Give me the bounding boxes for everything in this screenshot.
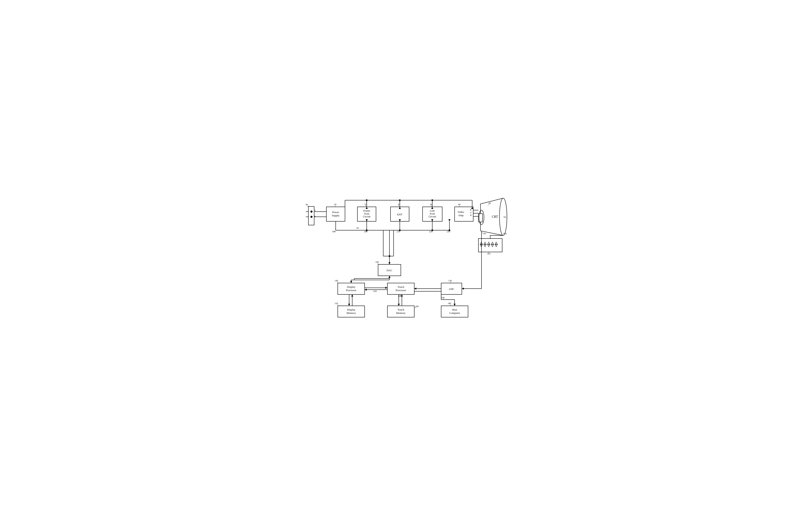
ref-240: 240 [441, 296, 445, 299]
crt-label: CRT [492, 215, 498, 218]
ov-label: 0V [356, 227, 359, 229]
ref-150: 150 [335, 302, 338, 305]
svg-point-3 [311, 211, 313, 213]
display-processor-label2: Processor [346, 289, 356, 292]
eht-label: EHT [397, 213, 402, 216]
ref-100: 100 [375, 261, 379, 263]
display-memory-label1: Display [347, 308, 355, 311]
svg-marker-63 [350, 281, 352, 283]
svg-rect-0 [309, 207, 314, 225]
ref-120: 120 [398, 295, 402, 297]
frame-scan-label1: Frame [363, 209, 370, 212]
svg-marker-73 [414, 288, 416, 290]
power-supply-label: Power [332, 210, 339, 214]
frame-scan-label3: Circuit [363, 215, 371, 218]
svg-point-26 [399, 199, 401, 201]
svg-marker-89 [454, 304, 456, 306]
line-scan-label1: Line [430, 209, 435, 212]
touch-memory-label2: Memory [396, 311, 406, 314]
video-amp-label1: Video [458, 210, 464, 213]
host-computer-label1: Host [452, 308, 457, 311]
ref-80: 80 [489, 202, 491, 205]
label-r: R [470, 209, 471, 211]
ref-20: 20 [334, 203, 337, 206]
ref-90: 90 [306, 203, 308, 206]
label-b: B [470, 214, 471, 216]
line-scan-label3: Circuit [429, 215, 436, 218]
svg-marker-78 [348, 304, 350, 306]
ref-60: 60 [458, 203, 461, 206]
svg-marker-76 [462, 288, 464, 290]
svg-point-59 [388, 255, 390, 257]
svg-marker-71 [365, 289, 367, 291]
frame-scan-label2: Scan [364, 212, 369, 215]
ref-140: 140 [335, 279, 338, 282]
svg-marker-69 [385, 287, 387, 289]
touch-processor-label2: Processor [396, 289, 406, 292]
svg-marker-46 [448, 219, 451, 221]
svg-point-4 [311, 216, 313, 218]
ref-250: 250 [373, 290, 377, 292]
svg-marker-67 [388, 276, 390, 278]
diagram-container: 90 L N Power Supply 20 Frame Scan Circui… [304, 194, 508, 323]
ref-190: 190 [332, 230, 336, 233]
dac-label: DAC [386, 269, 392, 272]
svg-marker-82 [398, 304, 400, 306]
ref-130: 130 [448, 279, 452, 282]
svg-marker-80 [351, 294, 353, 297]
label-g: G [470, 211, 471, 214]
display-memory-label2: Memory [347, 311, 356, 314]
line-scan-label2: Scan [430, 212, 435, 215]
svg-point-29 [431, 199, 433, 201]
ref-180: 180 [448, 302, 451, 305]
touch-memory-label1: Touch [398, 308, 404, 311]
video-amp-label2: Amp [458, 214, 464, 217]
ref-170: 170 [503, 232, 507, 235]
display-processor-label1: Display [347, 285, 355, 288]
label-l: L [315, 209, 316, 211]
power-supply-label2: Supply [332, 214, 340, 217]
adc-label: ADC [448, 287, 454, 290]
touch-processor-label1: Touch [398, 285, 404, 288]
ref-160: 160 [415, 305, 419, 307]
host-computer-label2: Computer [449, 311, 460, 314]
ref-70: 70 [484, 232, 486, 235]
svg-point-23 [366, 199, 368, 201]
label-n: N [314, 215, 316, 218]
